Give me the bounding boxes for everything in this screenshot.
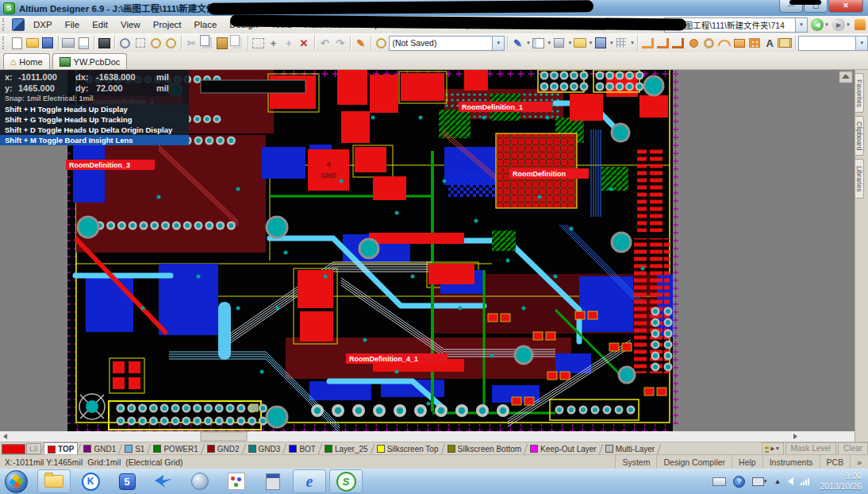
mask-level-button[interactable]: Mask Level <box>785 442 837 455</box>
filter-combo[interactable]: (Not Saved) <box>389 36 493 51</box>
layer-tab-bot[interactable]: BOT <box>286 443 319 455</box>
panel-tab-libraries[interactable]: Libraries <box>855 159 864 199</box>
taskbar-explorer[interactable] <box>37 469 71 493</box>
room-icon[interactable] <box>572 35 587 51</box>
close-button[interactable]: ✕ <box>828 0 863 13</box>
tab-home[interactable]: ⌂ Home <box>3 53 50 69</box>
move-icon[interactable]: + <box>266 35 281 51</box>
nav-forward-button[interactable]: ▶ <box>832 18 845 31</box>
clear-filter-icon[interactable]: ✕ <box>296 35 311 51</box>
display-tray-icon[interactable]: ▾ <box>752 477 767 486</box>
layer-tab-keepout[interactable]: Keep-Out Layer <box>527 443 600 455</box>
cut-icon[interactable]: ✂ <box>184 35 199 51</box>
panel-button-system[interactable]: System <box>615 455 656 469</box>
paste-icon[interactable] <box>214 35 229 51</box>
component-icon[interactable] <box>778 35 793 51</box>
layer-tab-gnd3[interactable]: GND3 <box>245 443 284 455</box>
snap-grid-dropdown[interactable]: ▼ <box>630 41 635 45</box>
taskbar-altium[interactable]: S <box>329 469 363 493</box>
menu-edit[interactable]: Edit <box>86 18 114 31</box>
menu-project[interactable]: Project <box>147 18 188 31</box>
new-icon[interactable] <box>10 35 25 51</box>
interactive-route-icon[interactable] <box>640 35 655 51</box>
nav-back-dropdown[interactable]: ▼ <box>824 22 829 27</box>
network-icon[interactable] <box>801 478 809 485</box>
redo-icon[interactable]: ↷ <box>332 35 348 51</box>
undo-icon[interactable]: ↶ <box>317 35 332 51</box>
tab-yw-pcbdoc[interactable]: YW.PcbDoc <box>52 53 128 69</box>
nav-back-button[interactable]: ◀ <box>811 18 824 31</box>
room-label-center[interactable]: RoomDefinition <box>513 170 566 178</box>
layer-tab-gnd2[interactable]: GND2 <box>204 443 243 455</box>
snap-grid-icon[interactable] <box>614 35 629 51</box>
layer-tab-layer25[interactable]: Layer_25 <box>321 443 371 455</box>
filter-combo-dropdown[interactable]: ▼ <box>493 36 504 51</box>
panel-button-pcb[interactable]: PCB <box>820 455 851 469</box>
taskbar-browser[interactable] <box>183 469 217 493</box>
taskbar-paint[interactable] <box>220 469 253 493</box>
open-icon[interactable] <box>25 35 40 51</box>
fill-icon[interactable] <box>732 35 747 51</box>
pcb-editor-canvas[interactable]: 4 GND <box>0 70 868 442</box>
zoom-window-icon[interactable] <box>117 35 133 51</box>
print-preview-icon[interactable] <box>76 35 91 51</box>
panel-tab-favorites[interactable]: Favorites <box>855 73 864 113</box>
help-tray-icon[interactable]: ? <box>733 476 745 488</box>
via-icon[interactable] <box>701 35 716 51</box>
taskbar-calculator[interactable] <box>256 469 290 493</box>
layer-tab-gnd1[interactable]: GND1 <box>80 443 119 455</box>
clock[interactable]: 9:00 2013/10/26 <box>820 471 862 492</box>
taskbar-app-5[interactable]: 5 <box>110 469 144 493</box>
menu-dxp[interactable]: DXP <box>27 18 59 31</box>
save-icon[interactable] <box>40 35 55 51</box>
highlight-pen-icon[interactable]: ✎ <box>353 35 368 51</box>
panel-button-design-compiler[interactable]: Design Compiler <box>656 455 732 469</box>
clear-button[interactable]: Clear <box>838 442 868 455</box>
layer-tab-s1[interactable]: S1 <box>121 443 148 455</box>
panel-button-more[interactable]: » <box>850 455 868 469</box>
arc-icon[interactable] <box>716 35 732 51</box>
room-label-1[interactable]: RoomDefinition_1 <box>462 103 523 111</box>
copy-icon[interactable] <box>199 35 214 51</box>
cross-select-icon[interactable]: + <box>281 35 296 51</box>
layer-tab-silkscreen-top[interactable]: Silkscreen Top <box>374 443 442 455</box>
pad-icon[interactable] <box>686 35 701 51</box>
layer-tab-power1[interactable]: POWER1 <box>150 443 201 455</box>
find-similar-icon[interactable] <box>374 35 389 51</box>
room-label-3[interactable]: RoomDefinition_3 <box>69 161 130 169</box>
menu-file[interactable]: File <box>59 18 86 31</box>
align-icon[interactable] <box>551 35 567 51</box>
nav-forward-dropdown[interactable]: ▼ <box>846 22 851 27</box>
sheet-icon[interactable] <box>531 35 546 51</box>
volume-icon[interactable] <box>788 477 793 485</box>
path-combo-dropdown[interactable]: ▼ <box>796 17 808 33</box>
help-tool-icon[interactable] <box>855 19 866 30</box>
menu-place[interactable]: Place <box>188 18 224 31</box>
hidden-icons-button[interactable]: ▲ <box>774 477 782 485</box>
keyboard-tray-icon[interactable] <box>712 477 726 486</box>
zoom-area-icon[interactable] <box>133 35 148 51</box>
paste-array-icon[interactable] <box>230 35 245 51</box>
panel-button-instruments[interactable]: Instruments <box>762 455 820 469</box>
wire-icon[interactable]: ✎ <box>510 35 525 51</box>
menu-view[interactable]: View <box>114 18 147 31</box>
layer-tab-multilayer[interactable]: Multi-Layer <box>602 443 658 455</box>
zoom-in-icon[interactable] <box>148 35 163 51</box>
polygon-icon[interactable] <box>593 35 609 51</box>
panel-tab-clipboard[interactable]: Clipboard <box>855 116 864 156</box>
mask-icons[interactable]: ▶▼ <box>762 442 783 455</box>
layer-tab-silkscreen-bottom[interactable]: Silkscreen Bottom <box>444 443 525 455</box>
taskbar-k-app[interactable]: K <box>74 469 107 493</box>
route-diff-icon[interactable] <box>670 35 686 51</box>
taskbar-internet-explorer[interactable]: e <box>293 469 326 493</box>
zoom-out-icon[interactable] <box>163 35 179 51</box>
taskbar-bird-app[interactable] <box>147 469 180 493</box>
array-place-icon[interactable] <box>747 35 762 51</box>
string-text-icon[interactable]: A <box>762 35 778 51</box>
select-area-icon[interactable] <box>251 35 266 51</box>
variant-combo-dropdown[interactable]: ▼ <box>856 36 867 51</box>
room-label-4-1[interactable]: RoomDefinition_4_1 <box>349 355 418 363</box>
print-icon[interactable] <box>60 35 75 51</box>
pcb-3d-icon[interactable] <box>97 35 112 51</box>
layer-tab-top[interactable]: TOP <box>44 442 78 455</box>
